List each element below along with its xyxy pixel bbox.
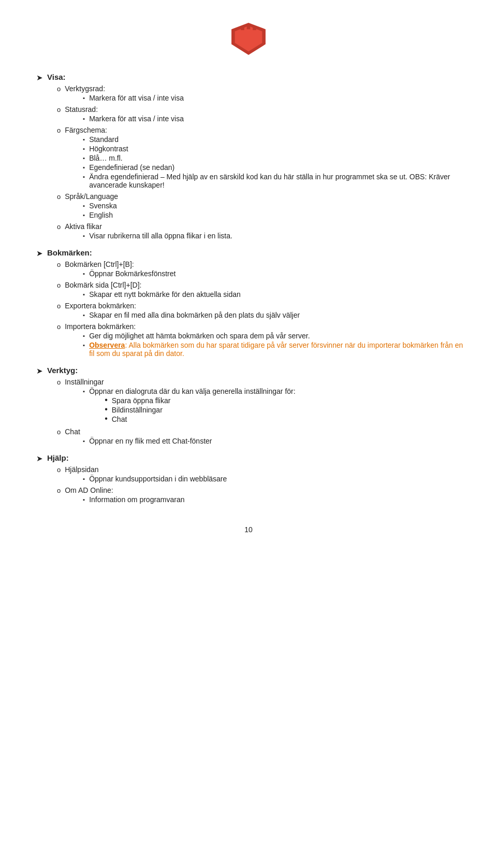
item-text: Verktygsrad: (65, 84, 105, 93)
list-item: ▪ Markera för att visa / inte visa (83, 115, 184, 123)
list-item: ▪ Markera för att visa / inte visa (83, 94, 184, 102)
list-item: ▪ Ger dig möjlighet att hämta bokmärken … (83, 332, 466, 340)
circle-marker: o (57, 302, 61, 310)
circle-marker: o (57, 281, 61, 289)
sub-item-text: Svenska (89, 202, 117, 210)
circle-marker: o (57, 106, 61, 113)
item-content: Hjälpsidan ▪ Öppnar kundsupportsidan i d… (65, 465, 227, 484)
item-content: Bokmärken [Ctrl]+[B]: ▪ Öppnar Bokmärkes… (65, 260, 176, 279)
circle-marker: o (57, 487, 61, 494)
item-content: Verktygsrad: ▪ Markera för att visa / in… (65, 84, 184, 103)
obs-colon: : Alla bokmärken som du har sparat tidig… (89, 341, 463, 358)
sub-item-text: Standard (89, 135, 119, 144)
sub-item-text: Skapar ett nytt bokmärke för den aktuell… (89, 290, 241, 298)
bullet-text: Bildinställningar (112, 406, 163, 414)
list-item: o Färgschema: ▪ Standard ▪ Högkontrast (57, 126, 466, 190)
list-item: ▪ Standard (83, 135, 466, 144)
item-text: Bokmärk sida [Ctrl]+[D]: (65, 281, 141, 289)
sub-item-text: Högkontrast (89, 145, 128, 153)
item-text: Språk/Language (65, 192, 118, 201)
sub-item-text: English (89, 211, 113, 219)
circle-marker: o (57, 85, 61, 93)
list-item: ▪ Egendefinierad (se nedan) (83, 163, 466, 172)
svg-rect-3 (247, 26, 251, 30)
list-item: ▪ Svenska (83, 202, 118, 210)
list-item: • Spara öppna flikar (105, 396, 295, 405)
page: ARKIVDIGITAL ➤ Visa: o Verktygsrad: ▪ Ma… (0, 0, 497, 868)
item-content: Språk/Language ▪ Svenska ▪ English (65, 192, 118, 220)
sub-list: ▪ Markera för att visa / inte visa (65, 94, 184, 102)
square-marker: ▪ (83, 203, 85, 209)
bullet-marker: • (105, 414, 108, 423)
square-marker: ▪ (83, 496, 85, 503)
sub-list: ▪ Standard ▪ Högkontrast ▪ Blå… m.fl. (65, 135, 466, 189)
bullet-marker: • (105, 395, 108, 405)
list-item: o Importera bokmärken: ▪ Ger dig möjligh… (57, 322, 466, 359)
list-item: o Exportera bokmärken: ▪ Skapar en fil m… (57, 302, 466, 320)
sub-list: ▪ Öppnar en ny flik med ett Chat-fönster (65, 437, 212, 445)
sub-list: ▪ Information om programvaran (65, 495, 184, 504)
svg-rect-2 (241, 27, 244, 31)
item-content: Bokmärk sida [Ctrl]+[D]: ▪ Skapar ett ny… (65, 281, 241, 300)
list-item: ▪ Observera: Alla bokmärken som du har s… (83, 341, 466, 358)
item-content: Statusrad: ▪ Markera för att visa / inte… (65, 105, 184, 124)
list-item: o Bokmärken [Ctrl]+[B]: ▪ Öppnar Bokmärk… (57, 260, 466, 279)
bullet-list: • Spara öppna flikar • Bildinställningar… (89, 396, 295, 423)
list-item: ▪ Öppnar en ny flik med ett Chat-fönster (83, 437, 212, 445)
list-item: ▪ Skapar ett nytt bokmärke för den aktue… (83, 290, 241, 298)
list-item: o Hjälpsidan ▪ Öppnar kundsupportsidan i… (57, 465, 466, 484)
item-text: Aktiva flikar (65, 222, 102, 231)
list-item: o Aktiva flikar ▪ Visar rubrikerna till … (57, 222, 466, 241)
square-marker: ▪ (83, 95, 85, 101)
circle-marker: o (57, 223, 61, 231)
list-item: o Inställningar ▪ Öppnar en dialogruta d… (57, 378, 466, 425)
bullet-marker: • (105, 405, 108, 414)
sub-item-text: Visar rubrikerna till alla öppna flikar … (89, 232, 232, 240)
list-item: o Verktygsrad: ▪ Markera för att visa / … (57, 84, 466, 103)
item-text: Om AD Online: (65, 486, 113, 494)
arkivdigital-logo: ARKIVDIGITAL (223, 21, 274, 57)
item-text: Hjälpsidan (65, 465, 98, 474)
sub-list: ▪ Visar rubrikerna till alla öppna flika… (65, 232, 232, 240)
svg-rect-4 (253, 27, 256, 31)
obs-text: Observera: Alla bokmärken som du har spa… (89, 341, 466, 358)
item-content: Exportera bokmärken: ▪ Skapar en fil med… (65, 302, 300, 320)
bokmarken-section-header: ➤ Bokmärken: (36, 248, 466, 258)
list-item: • Bildinställningar (105, 406, 295, 414)
circle-marker: o (57, 378, 61, 386)
square-marker: ▪ (83, 174, 85, 180)
item-content: Färgschema: ▪ Standard ▪ Högkontrast ▪ B (65, 126, 466, 190)
item-text: Inställningar (65, 378, 104, 386)
square-marker: ▪ (83, 233, 85, 239)
square-marker: ▪ (83, 146, 85, 152)
sub-list: ▪ Öppnar kundsupportsidan i din webbläsa… (65, 475, 227, 483)
sub-item-text: Ger dig möjlighet att hämta bokmärken oc… (89, 332, 310, 340)
sub-item-text: Blå… m.fl. (89, 154, 123, 162)
list-item: o Språk/Language ▪ Svenska ▪ English (57, 192, 466, 220)
circle-marker: o (57, 323, 61, 331)
item-text: Färgschema: (65, 126, 107, 134)
sub-item-text: Öppnar kundsupportsidan i din webbläsare (89, 475, 227, 483)
square-marker: ▪ (83, 342, 85, 348)
sub-item-text: Skapar en fil med alla dina bokmärken på… (89, 311, 300, 319)
sub-list: ▪ Öppnar en dialogruta där du kan välja … (65, 387, 295, 424)
sub-list: ▪ Skapar en fil med alla dina bokmärken … (65, 311, 300, 319)
circle-marker: o (57, 466, 61, 474)
item-content: Aktiva flikar ▪ Visar rubrikerna till al… (65, 222, 232, 241)
bokmarken-list: o Bokmärken [Ctrl]+[B]: ▪ Öppnar Bokmärk… (36, 260, 466, 359)
sub-list: ▪ Ger dig möjlighet att hämta bokmärken … (65, 332, 466, 358)
list-item: ▪ Visar rubrikerna till alla öppna flika… (83, 232, 232, 240)
square-marker: ▪ (83, 476, 85, 482)
list-item: ▪ Öppnar en dialogruta där du kan välja … (83, 387, 295, 424)
circle-marker: o (57, 126, 61, 134)
list-item: ▪ Högkontrast (83, 145, 466, 153)
square-marker: ▪ (83, 388, 85, 394)
hjalp-label: Hjälp: (47, 453, 69, 462)
item-content: Chat ▪ Öppnar en ny flik med ett Chat-fö… (65, 428, 212, 446)
square-marker: ▪ (83, 312, 85, 318)
visa-section-header: ➤ Visa: (36, 73, 466, 82)
hjalp-list: o Hjälpsidan ▪ Öppnar kundsupportsidan i… (36, 465, 466, 505)
sub-list: ▪ Skapar ett nytt bokmärke för den aktue… (65, 290, 241, 298)
bullet-text: Spara öppna flikar (112, 396, 171, 405)
square-marker: ▪ (83, 291, 85, 297)
